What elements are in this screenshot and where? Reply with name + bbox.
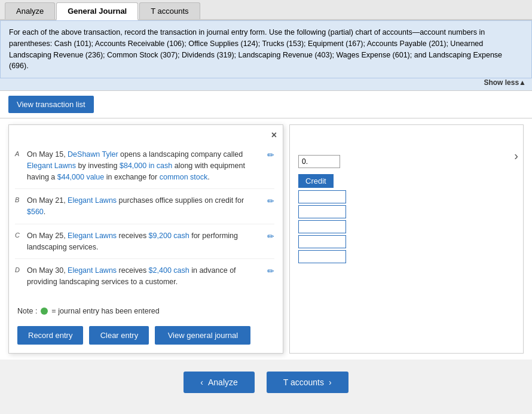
transaction-text-d: On May 30, Elegant Lawns receives $2,400… <box>27 265 262 288</box>
edit-icon-c[interactable]: ✏ <box>262 230 274 241</box>
edit-icon-d[interactable]: ✏ <box>262 265 274 276</box>
credit-label: Credit <box>298 174 334 188</box>
tab-bar: Analyze General Journal T accounts <box>0 0 532 20</box>
modal-area: × A On May 15, DeShawn Tyler opens a lan… <box>0 118 532 360</box>
view-transaction-bar: View transaction list <box>0 91 532 118</box>
view-general-journal-button[interactable]: View general journal <box>155 326 250 345</box>
info-box: For each of the above transaction, recor… <box>0 20 532 78</box>
debit-input-row <box>298 155 515 168</box>
transaction-letter-d: D <box>15 265 27 273</box>
journal-input-area: Credit <box>290 125 523 269</box>
note-text: = journal entry has been entered <box>51 307 159 315</box>
prev-analyze-button[interactable]: ‹ Analyze <box>184 372 254 393</box>
note-section: Note : = journal entry has been entered <box>9 300 283 320</box>
button-row: Record entry Clear entry View general jo… <box>9 320 283 353</box>
credit-input-group <box>298 190 515 263</box>
transaction-letter-a: A <box>15 149 27 157</box>
bottom-nav: ‹ Analyze T accounts › <box>0 360 532 411</box>
prev-label: Analyze <box>208 378 238 387</box>
transaction-panel: × A On May 15, DeShawn Tyler opens a lan… <box>8 124 283 354</box>
transaction-letter-c: C <box>15 230 27 239</box>
credit-input-3[interactable] <box>298 220 346 233</box>
transaction-item-b: B On May 21, Elegant Lawns purchases off… <box>15 189 274 224</box>
journal-panel: › Credit <box>289 124 524 354</box>
next-t-accounts-button[interactable]: T accounts › <box>267 372 348 393</box>
tab-analyze[interactable]: Analyze <box>5 2 55 19</box>
credit-input-1[interactable] <box>298 190 346 203</box>
next-label: T accounts <box>283 378 324 387</box>
show-less-bar: Show less▲ <box>0 78 532 90</box>
transaction-item-d: D On May 30, Elegant Lawns receives $2,4… <box>15 259 274 294</box>
prev-icon: ‹ <box>200 378 203 387</box>
transaction-text-a: On May 15, DeShawn Tyler opens a landsca… <box>27 149 262 182</box>
show-less-button[interactable]: Show less▲ <box>484 78 526 87</box>
next-icon: › <box>329 378 332 387</box>
tab-general-journal[interactable]: General Journal <box>56 2 138 20</box>
tab-t-accounts[interactable]: T accounts <box>139 2 200 19</box>
edit-icon-a[interactable]: ✏ <box>262 149 274 160</box>
transaction-list: A On May 15, DeShawn Tyler opens a lands… <box>9 137 283 300</box>
transaction-item-a: A On May 15, DeShawn Tyler opens a lands… <box>15 143 274 189</box>
main-area: × A On May 15, DeShawn Tyler opens a lan… <box>0 118 532 360</box>
note-label: Note : <box>17 307 37 315</box>
credit-input-4[interactable] <box>298 235 346 248</box>
credit-input-2[interactable] <box>298 205 346 218</box>
transaction-item-c: C On May 25, Elegant Lawns receives $9,2… <box>15 224 274 260</box>
chevron-right-icon[interactable]: › <box>514 149 518 163</box>
green-dot-icon <box>41 308 48 315</box>
edit-icon-b[interactable]: ✏ <box>262 195 274 206</box>
clear-entry-button[interactable]: Clear entry <box>89 326 149 345</box>
transaction-letter-b: B <box>15 195 27 203</box>
view-transaction-list-button[interactable]: View transaction list <box>8 96 94 113</box>
transaction-text-c: On May 25, Elegant Lawns receives $9,200… <box>27 230 262 253</box>
panel-close-button[interactable]: × <box>271 130 277 141</box>
debit-input[interactable] <box>298 155 340 168</box>
record-entry-button[interactable]: Record entry <box>17 326 83 345</box>
transaction-text-b: On May 21, Elegant Lawns purchases offic… <box>27 195 262 218</box>
credit-section: Credit <box>298 174 515 263</box>
credit-input-5[interactable] <box>298 250 346 263</box>
